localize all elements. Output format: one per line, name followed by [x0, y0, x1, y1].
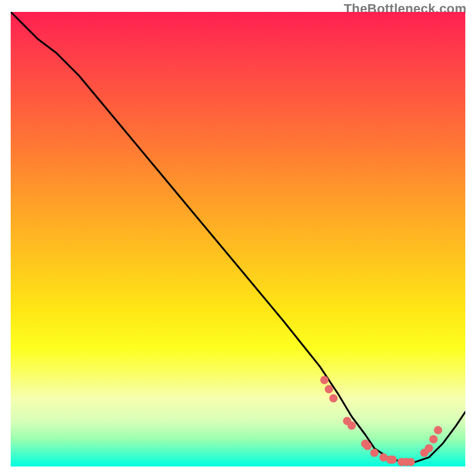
highlight-marker — [320, 376, 328, 384]
chart-container: TheBottleneck.com — [0, 0, 476, 476]
highlight-marker — [329, 394, 337, 402]
highlight-marker — [434, 426, 442, 434]
plot-area — [11, 12, 465, 466]
chart-overlay-svg — [11, 12, 465, 466]
highlight-marker — [364, 442, 372, 450]
highlight-marker — [370, 449, 378, 457]
highlight-marker — [425, 444, 433, 452]
highlight-marker — [389, 456, 397, 464]
bottleneck-curve — [11, 12, 465, 462]
highlight-marker — [325, 385, 333, 393]
highlight-marker — [406, 458, 415, 466]
highlight-marker — [430, 435, 438, 443]
highlight-marker — [347, 421, 356, 430]
